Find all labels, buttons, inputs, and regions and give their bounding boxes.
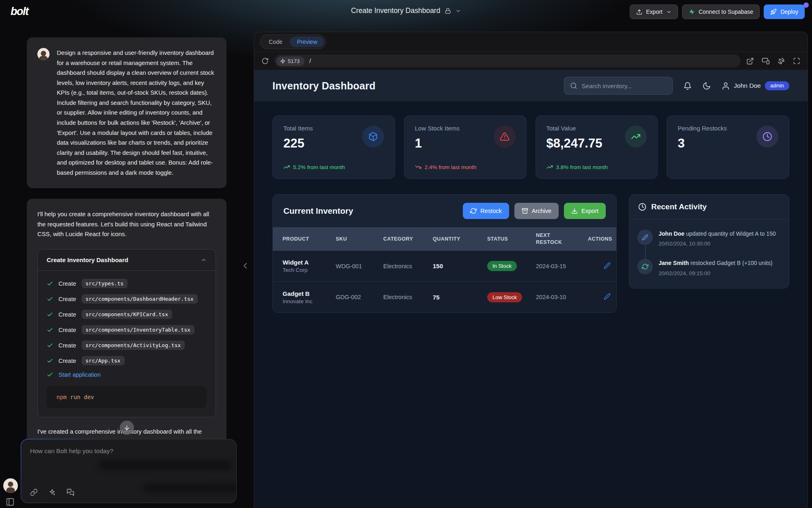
artifact-header[interactable]: Create Inventory Dashboard bbox=[38, 250, 216, 271]
port-pill[interactable]: 5173 bbox=[276, 56, 304, 66]
edit-pencil-icon[interactable] bbox=[604, 293, 611, 300]
user-menu[interactable]: John Doe admin bbox=[721, 81, 789, 90]
supplier-name: Innovate Inc bbox=[283, 298, 336, 304]
trending-up-icon bbox=[546, 164, 553, 170]
col-next-restock: NEXT RESTOCK bbox=[536, 228, 588, 250]
sparkles-icon[interactable] bbox=[48, 488, 56, 496]
start-application-step: Start application bbox=[47, 371, 207, 378]
tab-preview[interactable]: Preview bbox=[290, 37, 324, 47]
start-application-link[interactable]: Start application bbox=[58, 371, 101, 378]
trending-up-icon bbox=[625, 126, 647, 148]
command-args: run dev bbox=[70, 394, 94, 400]
table-row: Widget A Tech Corp WDG-001 Electronics 1… bbox=[273, 251, 616, 282]
check-icon bbox=[47, 342, 53, 349]
chat-input-container bbox=[21, 439, 237, 503]
refresh-icon bbox=[470, 208, 477, 214]
artifact-step: Create src/types.ts bbox=[47, 279, 207, 288]
table-row: Gadget B Innovate Inc GDG-002 Electronic… bbox=[273, 282, 616, 313]
kpi-card-total-value: Total Value $8,247.75 3.8% from last mon… bbox=[536, 115, 658, 179]
moon-icon[interactable] bbox=[702, 82, 711, 90]
col-actions: ACTIONS bbox=[588, 232, 617, 247]
artifact-step: Create src/components/ActivityLog.tsx bbox=[47, 341, 207, 350]
deploy-button[interactable]: Deploy bbox=[764, 4, 805, 19]
edit-pencil-icon[interactable] bbox=[604, 262, 611, 269]
lock-icon bbox=[445, 8, 451, 14]
devices-icon[interactable] bbox=[762, 57, 770, 65]
collapse-chat-button[interactable] bbox=[240, 261, 250, 271]
fullscreen-icon[interactable] bbox=[793, 57, 800, 65]
search-box bbox=[564, 77, 673, 95]
step-action: Create bbox=[58, 358, 76, 364]
bell-icon[interactable] bbox=[683, 82, 692, 90]
check-icon bbox=[47, 280, 53, 287]
artifact-title: Create Inventory Dashboard bbox=[47, 256, 128, 263]
artifact-step: Create src/App.tsx bbox=[47, 356, 207, 365]
search-input[interactable] bbox=[582, 82, 667, 89]
url-path: / bbox=[309, 58, 311, 64]
step-action: Create bbox=[58, 296, 76, 302]
chevron-down-icon bbox=[666, 9, 672, 15]
current-inventory-card: Current Inventory Restock Archive bbox=[272, 194, 617, 313]
restock-date-cell: 2024-03-10 bbox=[536, 294, 588, 300]
kpi-card-low-stock: Low Stock Items 1 2.4% from last month bbox=[404, 115, 527, 179]
clock-icon bbox=[756, 126, 778, 148]
category-cell: Electronics bbox=[383, 294, 433, 300]
user-message: Design a responsive and user-friendly in… bbox=[27, 37, 227, 188]
connect-supabase-button[interactable]: Connect to Supabase bbox=[682, 4, 760, 19]
kpi-delta: 3.8% from last month bbox=[546, 164, 608, 170]
export-table-button[interactable]: Export bbox=[564, 203, 606, 219]
package-icon bbox=[362, 126, 384, 148]
inspector-cursor-icon[interactable] bbox=[777, 57, 785, 65]
port-number: 5173 bbox=[288, 58, 300, 64]
step-file: src/components/InventoryTable.tsx bbox=[82, 325, 194, 334]
user-avatar bbox=[37, 48, 50, 60]
step-file: src/types.ts bbox=[82, 279, 128, 288]
page-title: Inventory Dashboard bbox=[272, 80, 376, 92]
product-name: Widget A bbox=[283, 259, 336, 266]
export-button[interactable]: Export bbox=[630, 4, 678, 19]
tab-code[interactable]: Code bbox=[262, 37, 289, 47]
account-avatar[interactable] bbox=[3, 478, 18, 493]
kpi-card-pending-restocks: Pending Restocks 3 bbox=[667, 115, 789, 179]
activity-time: 20/02/2024, 10:30:00 bbox=[659, 241, 776, 247]
table-header: PRODUCT SKU CATEGORY QUANTITY STATUS NEX… bbox=[273, 227, 616, 251]
recent-activity-card: Recent Activity John Doe updated quantit… bbox=[629, 194, 789, 289]
dashboard-app: Inventory Dashboard John Doe admin bbox=[254, 70, 808, 508]
alert-triangle-icon bbox=[494, 126, 516, 148]
artifact-panel: Create Inventory Dashboard Create src/ty… bbox=[37, 249, 216, 417]
topbar: bolt Create Inventory Dashboard Export C… bbox=[0, 0, 812, 24]
download-icon bbox=[571, 208, 578, 214]
user-icon bbox=[721, 82, 730, 90]
open-external-icon[interactable] bbox=[746, 57, 754, 65]
restock-button[interactable]: Restock bbox=[463, 203, 509, 219]
chevron-down-icon bbox=[455, 8, 461, 14]
activity-user: Jane Smith bbox=[659, 260, 689, 266]
check-icon bbox=[47, 296, 53, 302]
search-icon bbox=[570, 82, 577, 89]
quantity-cell[interactable]: 75 bbox=[433, 294, 487, 301]
url-bar[interactable]: 5173 / bbox=[274, 54, 741, 67]
assistant-intro-text: I'll help you create a comprehensive inv… bbox=[37, 209, 216, 239]
trending-up-icon bbox=[283, 164, 290, 170]
project-title-menu[interactable]: Create Inventory Dashboard bbox=[351, 7, 461, 15]
bolt-logo[interactable]: bolt bbox=[11, 5, 28, 18]
arrow-down-icon bbox=[123, 424, 130, 431]
chat-icon[interactable] bbox=[67, 488, 74, 496]
activity-item: Jane Smith restocked Gadget B (+100 unit… bbox=[637, 259, 781, 276]
reload-icon[interactable] bbox=[261, 57, 269, 65]
archive-button[interactable]: Archive bbox=[514, 203, 559, 219]
col-sku: SKU bbox=[336, 232, 383, 247]
deploy-label: Deploy bbox=[780, 9, 798, 15]
check-icon bbox=[47, 311, 53, 318]
link-icon[interactable] bbox=[30, 488, 38, 496]
clock-icon bbox=[638, 203, 646, 211]
status-badge: In Stock bbox=[487, 261, 517, 271]
activity-item: John Doe updated quantity of Widget A to… bbox=[637, 230, 781, 247]
scroll-to-bottom-button[interactable] bbox=[120, 421, 134, 435]
panel-left-icon[interactable] bbox=[6, 497, 15, 506]
check-icon bbox=[47, 358, 53, 364]
step-file: src/components/KPICard.tsx bbox=[82, 310, 173, 319]
col-status: STATUS bbox=[487, 232, 536, 247]
quantity-cell[interactable]: 150 bbox=[433, 263, 487, 269]
kpi-delta: 2.4% from last month bbox=[415, 164, 477, 170]
